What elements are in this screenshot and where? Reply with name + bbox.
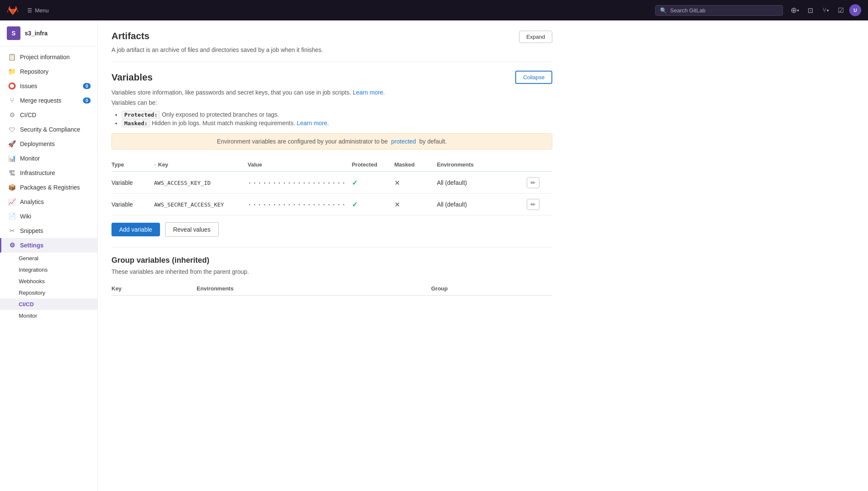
artifacts-divider (111, 62, 552, 62)
hamburger-icon: ☰ (27, 7, 32, 14)
sidebar-sub-webhooks[interactable]: Webhooks (0, 276, 97, 287)
sidebar-sub-general[interactable]: General (0, 253, 97, 264)
row2-actions: ✏ (527, 194, 552, 215)
sidebar-item-project-information[interactable]: 📋 Project information (0, 50, 97, 64)
variables-description: Variables store information, like passwo… (111, 89, 552, 96)
row2-masked: ✕ (394, 194, 437, 215)
group-col-key: Key (111, 282, 197, 296)
merge-requests-nav-button[interactable]: ⑂ ▾ (819, 3, 832, 17)
create-new-button[interactable]: ⊕ ▾ (788, 3, 802, 17)
group-variables-description: These variables are inherited from the p… (111, 268, 552, 275)
sidebar-label-infrastructure: Infrastructure (20, 169, 55, 176)
env-warning-text: Environment variables are configured by … (217, 138, 388, 145)
learn-more-link-2[interactable]: Learn more. (297, 120, 329, 126)
sidebar-item-issues[interactable]: ⭕ Issues 0 (0, 79, 97, 93)
masked-code: Masked: (122, 119, 150, 127)
sidebar-label-repository: Repository (20, 68, 49, 75)
sidebar-item-wiki[interactable]: 📄 Wiki (0, 209, 97, 224)
row2-type: Variable (111, 194, 154, 215)
protected-code: Protected: (122, 111, 160, 119)
avatar-initials: U (854, 8, 857, 13)
gitlab-logo-area[interactable] (7, 4, 19, 16)
deployments-icon: 🚀 (8, 140, 16, 148)
wiki-icon: 📄 (8, 212, 16, 220)
protected-check-icon-2: ✓ (352, 201, 357, 208)
sidebar-label-merge-requests: Merge requests (20, 97, 61, 104)
project-avatar: S (7, 26, 20, 40)
nav-icon-group: ⊕ ▾ ⊡ ⑂ ▾ ☑ U (788, 3, 861, 17)
sidebar-label-analytics: Analytics (20, 198, 44, 205)
plus-icon: ⊕ (791, 6, 797, 15)
packages-icon: 📦 (8, 184, 16, 191)
sidebar-item-merge-requests[interactable]: ⑂ Merge requests 0 (0, 93, 97, 108)
sidebar-sub-cicd[interactable]: CI/CD (0, 299, 97, 310)
sidebar-sub-repository[interactable]: Repository (0, 287, 97, 299)
sidebar-label-packages: Packages & Registries (20, 184, 80, 191)
expand-button[interactable]: Expand (519, 31, 552, 43)
edit-row1-button[interactable]: ✏ (527, 177, 540, 188)
sidebar-item-infrastructure[interactable]: 🏗 Infrastructure (0, 166, 97, 180)
group-variables-title: Group variables (inherited) (111, 256, 552, 265)
infrastructure-icon: 🏗 (8, 169, 16, 177)
protected-text: Only exposed to protected branches or ta… (162, 111, 279, 118)
sort-arrow-icon: ↑ (154, 162, 157, 167)
search-bar[interactable]: 🔍 Search GitLab (655, 5, 783, 16)
todos-button[interactable]: ☑ (834, 3, 848, 17)
sidebar-item-settings[interactable]: ⚙ Settings (0, 238, 97, 253)
row2-key: AWS_SECRET_ACCESS_KEY (154, 194, 248, 215)
reveal-values-button[interactable]: Reveal values (165, 222, 219, 237)
issues-button[interactable]: ⊡ (803, 3, 817, 17)
env-warning-banner: Environment variables are configured by … (111, 133, 552, 149)
row2-protected: ✓ (352, 194, 394, 215)
sidebar-label-snippets: Snippets (20, 227, 43, 234)
row2-value: ···················· (248, 194, 352, 215)
row1-environments: All (default) (437, 172, 527, 194)
sidebar-item-monitor[interactable]: 📊 Monitor (0, 151, 97, 166)
sidebar-label-monitor: Monitor (20, 155, 40, 162)
sidebar-item-analytics[interactable]: 📈 Analytics (0, 195, 97, 209)
row1-actions: ✏ (527, 172, 552, 194)
sidebar-item-security-compliance[interactable]: 🛡 Security & Compliance (0, 122, 97, 137)
sidebar-item-deployments[interactable]: 🚀 Deployments (0, 137, 97, 151)
gitlab-logo-icon (7, 4, 19, 16)
collapse-button[interactable]: Collapse (515, 71, 552, 84)
sidebar-item-repository[interactable]: 📁 Repository (0, 64, 97, 79)
project-header[interactable]: S s3_infra (0, 20, 97, 46)
sidebar-item-cicd[interactable]: ⚙ CI/CD (0, 108, 97, 122)
group-col-environments: Environments (197, 282, 431, 296)
group-col-group: Group (431, 282, 552, 296)
security-icon: 🛡 (8, 126, 16, 133)
sidebar: S s3_infra 📋 Project information 📁 Repos… (0, 20, 98, 491)
dropdown-arrow: ▾ (797, 8, 799, 13)
sidebar-label-security: Security & Compliance (20, 126, 80, 133)
env-protected-link[interactable]: protected (391, 138, 416, 145)
project-info-icon: 📋 (8, 53, 16, 61)
sidebar-label-settings: Settings (20, 242, 43, 249)
artifacts-header-row: Artifacts Expand (111, 31, 552, 43)
col-key[interactable]: ↑ Key (154, 158, 248, 172)
row1-type: Variable (111, 172, 154, 194)
list-item-protected: Protected: Only exposed to protected bra… (122, 111, 552, 118)
top-navigation: ☰ Menu 🔍 Search GitLab ⊕ ▾ ⊡ ⑂ ▾ ☑ U (0, 0, 868, 20)
sidebar-item-packages[interactable]: 📦 Packages & Registries (0, 180, 97, 195)
sidebar-sub-integrations[interactable]: Integrations (0, 264, 97, 276)
search-icon: 🔍 (660, 7, 667, 14)
sidebar-item-snippets[interactable]: ✂ Snippets (0, 224, 97, 238)
snippets-icon: ✂ (8, 227, 16, 235)
sidebar-nav: 📋 Project information 📁 Repository ⭕ Iss… (0, 46, 97, 325)
issues-badge: 0 (83, 83, 91, 89)
edit-row2-button[interactable]: ✏ (527, 199, 540, 210)
menu-button[interactable]: ☰ Menu (24, 6, 52, 15)
issues-sidebar-icon: ⭕ (8, 82, 16, 90)
sidebar-sub-monitor[interactable]: Monitor (0, 310, 97, 322)
add-variable-button[interactable]: Add variable (111, 223, 160, 236)
col-actions (527, 158, 552, 172)
settings-icon: ⚙ (8, 241, 16, 249)
user-avatar[interactable]: U (849, 4, 861, 16)
sidebar-label-project-information: Project information (20, 54, 70, 60)
app-body: S s3_infra 📋 Project information 📁 Repos… (0, 20, 868, 491)
content-area: Artifacts Expand A job artifact is an ar… (98, 20, 566, 306)
artifacts-title: Artifacts (111, 31, 149, 42)
learn-more-link-1[interactable]: Learn more. (353, 89, 385, 96)
env-warning-suffix: by default. (420, 138, 447, 145)
